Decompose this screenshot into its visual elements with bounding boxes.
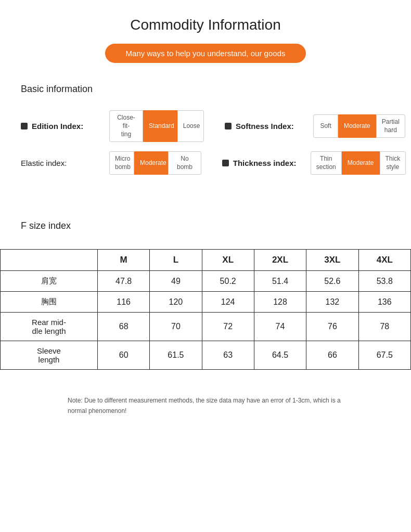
jiankuan-l: 49 (150, 271, 202, 292)
note-section: Note: Due to different measurement metho… (0, 380, 411, 431)
table-header-row: M L XL 2XL 3XL 4XL (1, 250, 411, 271)
note-text: Note: Due to different measurement metho… (68, 397, 341, 414)
table-header-2xl: 2XL (254, 250, 306, 271)
xionwei-m: 116 (98, 292, 150, 313)
softness-index-buttons: Soft Moderate Partialhard (313, 114, 405, 138)
sleeve-2xl: 64.5 (254, 341, 306, 370)
jiankuan-4xl: 53.8 (358, 271, 410, 292)
edition-btn-loose[interactable]: Loose (177, 110, 204, 142)
thickness-index-pair: Thickness index: Thinsection Moderate Th… (222, 151, 406, 175)
table-row: Sleevelength 60 61.5 63 64.5 66 67.5 (1, 341, 411, 370)
thickness-btn-thin[interactable]: Thinsection (311, 151, 342, 175)
row-label-xionwei: 胸围 (1, 292, 98, 313)
table-header-4xl: 4XL (358, 250, 410, 271)
jiankuan-m: 47.8 (98, 271, 150, 292)
elastic-index-buttons: Microbomb Moderate No bomb (109, 151, 201, 175)
softness-btn-soft[interactable]: Soft (313, 114, 338, 138)
table-header-xl: XL (202, 250, 254, 271)
rear-m: 68 (98, 313, 150, 341)
xionwei-4xl: 136 (358, 292, 410, 313)
header-section: Commodity Information Many ways to help … (0, 0, 411, 73)
rear-3xl: 76 (306, 313, 358, 341)
thickness-btn-thick[interactable]: Thickstyle (380, 151, 406, 175)
f-size-label: F size index (0, 210, 411, 242)
table-header-3xl: 3XL (306, 250, 358, 271)
xionwei-xl: 124 (202, 292, 254, 313)
rear-l: 70 (150, 313, 202, 341)
rear-xl: 72 (202, 313, 254, 341)
page-title: Commodity Information (0, 16, 411, 34)
elastic-btn-micro-bomb[interactable]: Microbomb (109, 151, 134, 175)
sleeve-3xl: 66 (306, 341, 358, 370)
page-wrapper: Commodity Information Many ways to help … (0, 0, 411, 432)
thickness-square-icon (222, 160, 229, 166)
softness-btn-partial-hard[interactable]: Partialhard (376, 114, 405, 138)
elastic-index-pair: Elastic index: Microbomb Moderate No bom… (21, 151, 201, 175)
edition-square-icon (21, 123, 28, 129)
xionwei-l: 120 (150, 292, 202, 313)
table-header-m: M (98, 250, 150, 271)
sleeve-xl: 63 (202, 341, 254, 370)
softness-index-label: Softness Index: (225, 122, 308, 131)
sleeve-m: 60 (98, 341, 150, 370)
index-section: Edition Index: Close-fit-ting Standard L… (0, 105, 411, 194)
thickness-index-label: Thickness index: (222, 159, 305, 167)
softness-btn-moderate[interactable]: Moderate (338, 114, 376, 138)
edition-index-buttons: Close-fit-ting Standard Loose (109, 110, 204, 142)
index-row-2: Elastic index: Microbomb Moderate No bom… (21, 151, 390, 175)
elastic-index-label: Elastic index: (21, 159, 104, 167)
softness-square-icon (225, 123, 232, 129)
edition-btn-close-fitting[interactable]: Close-fit-ting (109, 110, 143, 142)
basic-info-label: Basic information (0, 73, 411, 105)
edition-index-pair: Edition Index: Close-fit-ting Standard L… (21, 110, 204, 142)
table-header-empty (1, 250, 98, 271)
elastic-btn-no-bomb[interactable]: No bomb (168, 151, 201, 175)
sleeve-4xl: 67.5 (358, 341, 410, 370)
subtitle-button[interactable]: Many ways to help you understand, our go… (105, 44, 306, 63)
jiankuan-xl: 50.2 (202, 271, 254, 292)
table-row: Rear mid-dle length 68 70 72 74 76 78 (1, 313, 411, 341)
rear-4xl: 78 (358, 313, 410, 341)
jiankuan-3xl: 52.6 (306, 271, 358, 292)
edition-btn-standard[interactable]: Standard (143, 110, 177, 142)
sleeve-l: 61.5 (150, 341, 202, 370)
edition-index-label: Edition Index: (21, 122, 104, 131)
table-header-l: L (150, 250, 202, 271)
xionwei-3xl: 132 (306, 292, 358, 313)
size-table: M L XL 2XL 3XL 4XL 肩宽 47.8 49 50.2 51.4 … (0, 249, 411, 370)
row-label-jiankuan: 肩宽 (1, 271, 98, 292)
elastic-btn-moderate[interactable]: Moderate (134, 151, 168, 175)
softness-index-pair: Softness Index: Soft Moderate Partialhar… (225, 114, 405, 138)
jiankuan-2xl: 51.4 (254, 271, 306, 292)
thickness-btn-moderate[interactable]: Moderate (342, 151, 380, 175)
row-label-rear-middle: Rear mid-dle length (1, 313, 98, 341)
thickness-index-buttons: Thinsection Moderate Thickstyle (311, 151, 406, 175)
row-label-sleeve: Sleevelength (1, 341, 98, 370)
rear-2xl: 74 (254, 313, 306, 341)
index-row-1: Edition Index: Close-fit-ting Standard L… (21, 110, 390, 142)
table-section: M L XL 2XL 3XL 4XL 肩宽 47.8 49 50.2 51.4 … (0, 249, 411, 380)
table-row: 肩宽 47.8 49 50.2 51.4 52.6 53.8 (1, 271, 411, 292)
table-row: 胸围 116 120 124 128 132 136 (1, 292, 411, 313)
xionwei-2xl: 128 (254, 292, 306, 313)
